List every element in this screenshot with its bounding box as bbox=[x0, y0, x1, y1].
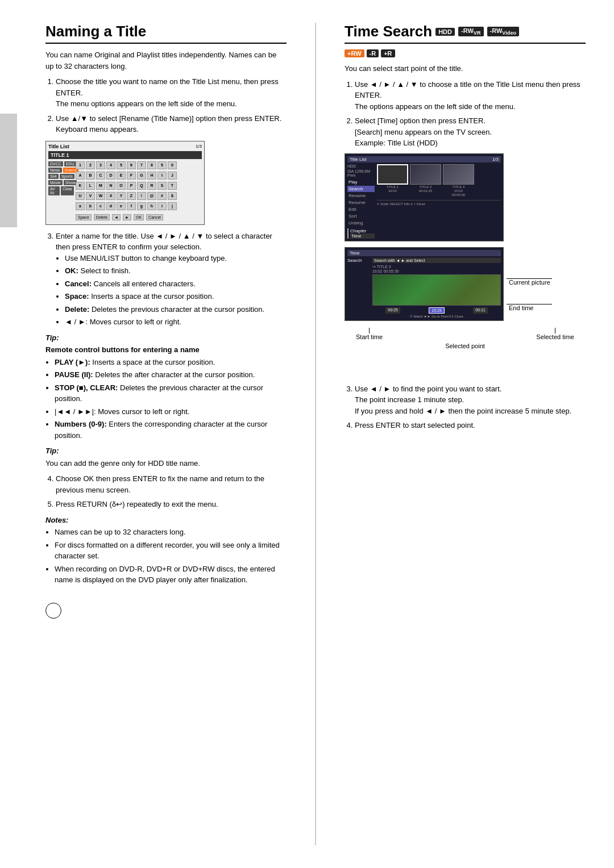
key-hash[interactable]: # bbox=[157, 192, 167, 200]
key-M[interactable]: M bbox=[96, 182, 105, 190]
key-2[interactable]: 2 bbox=[86, 161, 95, 169]
left-title: Naming a Title bbox=[45, 23, 287, 44]
bullet-menu-list: Use MENU/LIST button to change keyboard … bbox=[65, 253, 287, 264]
key-f[interactable]: f bbox=[127, 202, 136, 210]
ts-footer: ↵ Enter SELECT Info 2 > Close bbox=[377, 200, 501, 206]
note-1: Names can be up to 32 characters long. bbox=[55, 527, 287, 538]
key-3[interactable]: 3 bbox=[96, 161, 105, 169]
key-i[interactable]: i bbox=[157, 202, 167, 210]
keyboard-row-4: UVWXYZ!@#$ bbox=[76, 192, 177, 200]
key-8[interactable]: 8 bbox=[147, 161, 156, 169]
keyboard-row-2: ABCDEFGHIJ bbox=[76, 172, 177, 180]
ts2-body: Search Search with ◄ ► and Select ↪ TITL… bbox=[347, 258, 501, 318]
bullet-lr: ◄ / ►: Moves cursor to left or right. bbox=[65, 316, 287, 328]
key-a[interactable]: a bbox=[76, 202, 85, 210]
cat-avin[interactable]: AV IN bbox=[48, 186, 60, 195]
key-space[interactable]: Space bbox=[76, 214, 92, 220]
key-I[interactable]: I bbox=[157, 172, 167, 180]
key-b[interactable]: b bbox=[86, 202, 95, 210]
key-E[interactable]: E bbox=[117, 172, 126, 180]
thumb-1-label: TITLE 1 bbox=[387, 185, 399, 189]
thumb-3-time2: 00:05:30 bbox=[452, 193, 465, 197]
key-ok[interactable]: OK bbox=[134, 214, 144, 220]
menu-edit: Edit bbox=[347, 206, 375, 212]
key-W[interactable]: W bbox=[96, 192, 105, 200]
key-left[interactable]: ◄ bbox=[112, 214, 121, 220]
key-g[interactable]: g bbox=[137, 202, 146, 210]
tip1-subheading: Remote control buttons for entering a na… bbox=[45, 344, 287, 356]
cat-dvcc[interactable]: DVCC bbox=[48, 161, 63, 166]
ts2-content: Search with ◄ ► and Select ↪ TITLE 316:0… bbox=[372, 258, 501, 318]
key-L[interactable]: L bbox=[86, 182, 95, 190]
ts2-footer: © Watch ►► Go to Point F1 Close bbox=[372, 315, 501, 318]
ts2-search-bar: Search with ◄ ► and Select bbox=[372, 258, 501, 263]
cat-sports[interactable]: Sports bbox=[60, 174, 74, 179]
thumb-1 bbox=[377, 164, 408, 185]
key-X[interactable]: X bbox=[106, 192, 115, 200]
key-6[interactable]: 6 bbox=[127, 161, 136, 169]
left-column: Naming a Title You can name Original and… bbox=[45, 23, 287, 845]
key-h[interactable]: h bbox=[147, 202, 156, 210]
key-7[interactable]: 7 bbox=[137, 161, 146, 169]
key-R[interactable]: R bbox=[147, 182, 156, 190]
key-dollar[interactable]: $ bbox=[168, 192, 177, 200]
key-P[interactable]: P bbox=[127, 182, 136, 190]
key-U[interactable]: U bbox=[76, 192, 85, 200]
key-4[interactable]: 4 bbox=[106, 161, 115, 169]
cat-shi[interactable]: SHI bbox=[48, 174, 59, 179]
key-at[interactable]: @ bbox=[147, 192, 156, 200]
key-B[interactable]: B bbox=[86, 172, 95, 180]
key-9[interactable]: 9 bbox=[157, 161, 167, 169]
keyboard-row-3: KLMNOPQRST bbox=[76, 182, 177, 190]
right-step-3-text: Use ◄ / ► to find the point you want to … bbox=[355, 385, 501, 393]
key-Y[interactable]: Y bbox=[117, 192, 126, 200]
key-1[interactable]: 1 bbox=[76, 161, 85, 169]
key-c[interactable]: c bbox=[96, 202, 105, 210]
key-cancel[interactable]: Cancel bbox=[146, 214, 163, 220]
selected-point-annotation: Selected point bbox=[345, 343, 586, 349]
key-Z[interactable]: Z bbox=[127, 192, 136, 200]
key-K[interactable]: K bbox=[76, 182, 85, 190]
cat-news[interactable]: News bbox=[48, 168, 62, 173]
key-exclaim[interactable]: ! bbox=[137, 192, 146, 200]
cat-movie[interactable]: Movie bbox=[48, 180, 63, 185]
key-G[interactable]: G bbox=[137, 172, 146, 180]
key-A[interactable]: A bbox=[76, 172, 85, 180]
key-N[interactable]: N bbox=[106, 182, 115, 190]
key-right[interactable]: ► bbox=[123, 214, 131, 220]
thumb-row: TITLE 1 16:02 TITLE 2 00:01:25 TITLE 3 1… bbox=[377, 164, 501, 197]
key-F[interactable]: F bbox=[127, 172, 136, 180]
key-C[interactable]: C bbox=[96, 172, 105, 180]
bullet-ok: OK: Select to finish. bbox=[65, 265, 287, 277]
key-delete[interactable]: Delete bbox=[94, 214, 110, 220]
key-V[interactable]: V bbox=[86, 192, 95, 200]
right-step-1: Use ◄ / ► / ▲ / ▼ to choose a title on t… bbox=[355, 79, 586, 112]
annotation-line-end: End time bbox=[507, 304, 552, 311]
key-5[interactable]: 5 bbox=[117, 161, 126, 169]
key-T[interactable]: T bbox=[168, 182, 177, 190]
key-D[interactable]: D bbox=[106, 172, 115, 180]
thumb-3-label: TITLE 3 bbox=[453, 185, 464, 189]
key-d[interactable]: d bbox=[106, 202, 115, 210]
right-step-1-sub: The options appears on the left side of … bbox=[355, 102, 516, 111]
thumb-2-label: TITLE 2 bbox=[420, 185, 432, 189]
key-H[interactable]: H bbox=[147, 172, 156, 180]
key-S[interactable]: S bbox=[157, 182, 167, 190]
column-divider bbox=[315, 23, 316, 845]
key-Q[interactable]: Q bbox=[137, 182, 146, 190]
key-e[interactable]: e bbox=[117, 202, 126, 210]
cat-show[interactable]: Show bbox=[64, 180, 77, 185]
key-J[interactable]: J bbox=[168, 172, 177, 180]
ts2-sidebar: Search bbox=[347, 258, 370, 318]
key-0[interactable]: 0 bbox=[168, 161, 177, 169]
right-step-2-sub1: [Search] menu appears on the TV screen. bbox=[355, 128, 492, 136]
key-j[interactable]: j bbox=[168, 202, 177, 210]
cat-clear[interactable]: Clear bbox=[61, 186, 74, 195]
menu-play: Play bbox=[347, 179, 375, 185]
cat-edu[interactable]: EDU bbox=[64, 161, 76, 166]
left-step-2: Use ▲/▼ to select [Rename (Title Name)] … bbox=[56, 113, 287, 135]
bullet-delete: Delete: Deletes the previous character a… bbox=[65, 304, 287, 315]
key-O[interactable]: O bbox=[117, 182, 126, 190]
menu-unbing: Unbing bbox=[347, 220, 375, 226]
annotation-selected-point: Selected point bbox=[445, 343, 485, 349]
